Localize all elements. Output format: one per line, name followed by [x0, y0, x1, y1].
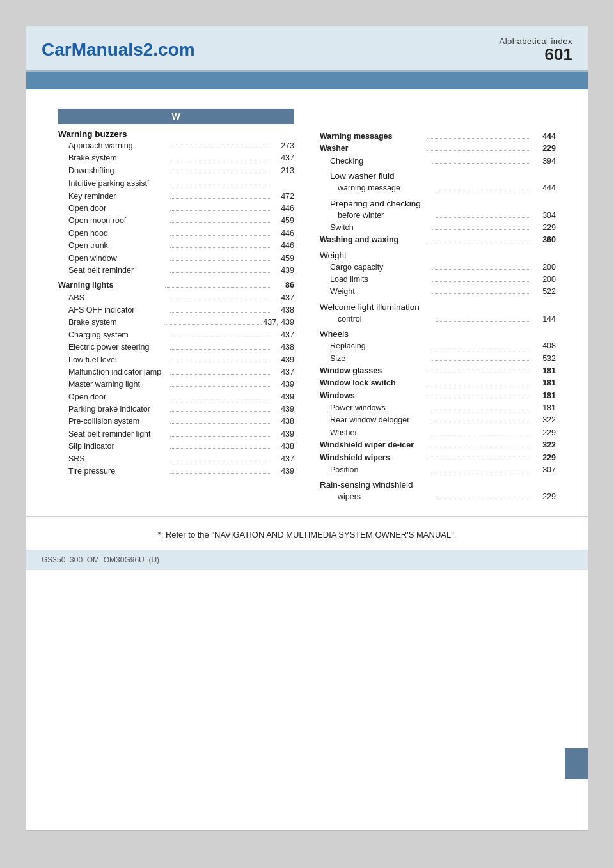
entry-position: Position 307	[320, 464, 556, 476]
entry-afs-off: AFS OFF indicator 438	[58, 304, 294, 316]
entry-open-trunk: Open trunk 446	[58, 240, 294, 252]
entry-abs: ABS 437	[58, 292, 294, 304]
entry-approach-warning: Approach warning 273	[58, 140, 294, 152]
entry-switch: Switch 229	[320, 222, 556, 234]
entry-washer: Washer 229	[320, 143, 556, 155]
group-title-low-washer: Low washer fluid	[320, 171, 556, 181]
entry-intuitive-parking: Intuitive parking assist*	[58, 177, 294, 190]
entry-open-door-2: Open door 439	[58, 391, 294, 403]
right-column: Warning messages 444 Washer 229 Checking…	[320, 109, 556, 504]
page-number: 601	[545, 46, 572, 63]
entry-warning-messages: Warning messages 444	[320, 130, 556, 143]
footnote-text: *: Refer to the "NAVIGATION AND MULTIMED…	[158, 530, 457, 539]
entry-open-hood: Open hood 446	[58, 228, 294, 240]
left-column: W Warning buzzers Approach warning 273 B…	[58, 109, 294, 504]
entry-checking: Checking 394	[320, 155, 556, 167]
entry-washer-2: Washer 229	[320, 427, 556, 439]
entry-master-warning-light: Master warning light 439	[58, 378, 294, 391]
entry-power-windows: Power windows 181	[320, 402, 556, 414]
site-logo[interactable]: CarManuals2.com	[42, 40, 195, 60]
group-title-wheels: Wheels	[320, 329, 556, 339]
group-title-warning-buzzers: Warning buzzers	[58, 129, 294, 139]
group-title-weight: Weight	[320, 251, 556, 260]
entry-washing-waxing: Washing and waxing 360	[320, 234, 556, 246]
entry-downshifting: Downshifting 213	[58, 165, 294, 177]
entry-parking-brake: Parking brake indicator 439	[58, 403, 294, 415]
footer-bar: GS350_300_OM_OM30G96U_(U)	[26, 550, 588, 570]
entry-windows: Windows 181	[320, 390, 556, 402]
entry-seat-belt-reminder-1: Seat belt reminder 439	[58, 265, 294, 277]
entry-pre-collision: Pre-collision system 438	[58, 415, 294, 428]
entry-before-winter: before winter 304	[320, 210, 556, 222]
header-bar: CarManuals2.com Alphabetical index 601	[26, 26, 588, 72]
model-code: GS350_300_OM_OM30G96U_(U)	[42, 555, 159, 564]
entry-size: Size 532	[320, 353, 556, 365]
entry-slip-indicator: Slip indicator 438	[58, 440, 294, 453]
entry-tire-pressure: Tire pressure 439	[58, 465, 294, 477]
entry-control: control 144	[320, 313, 556, 325]
entry-key-reminder: Key reminder 472	[58, 190, 294, 203]
entry-warning-message: warning message 444	[320, 182, 556, 194]
header-right: Alphabetical index 601	[499, 36, 572, 63]
entry-cargo-capacity: Cargo capacity 200	[320, 261, 556, 274]
footnote-area: *: Refer to the "NAVIGATION AND MULTIMED…	[26, 516, 588, 550]
page-wrapper: CarManuals2.com Alphabetical index 601 W…	[26, 26, 588, 831]
section-header-w: W	[58, 109, 294, 124]
entry-open-door-1: Open door 446	[58, 203, 294, 215]
group-title-rain-sensing: Rain-sensing windshield	[320, 480, 556, 490]
entry-malfunction-indicator: Malfunction indicator lamp 437	[58, 366, 294, 378]
entry-wipers: wipers 229	[320, 491, 556, 503]
entry-electric-power-steering: Electric power steering 438	[58, 341, 294, 353]
group-title-preparing: Preparing and checking	[320, 199, 556, 208]
entry-open-moon-roof: Open moon roof 459	[58, 215, 294, 227]
group-title-warning-lights: Warning lights 86	[58, 279, 294, 291]
blue-bar	[26, 72, 588, 89]
corner-block	[565, 748, 588, 779]
entry-brake-system-2: Brake system 437, 439	[58, 316, 294, 329]
entry-charging-system: Charging system 437	[58, 329, 294, 341]
entry-replacing: Replacing 408	[320, 340, 556, 352]
group-title-welcome-light: Welcome light illumination	[320, 302, 556, 312]
entry-windshield-wiper-de-icer: Windshield wiper de-icer 322	[320, 439, 556, 451]
entry-weight: Weight 522	[320, 286, 556, 298]
content-area: W Warning buzzers Approach warning 273 B…	[26, 89, 588, 516]
entry-seat-belt-light: Seat belt reminder light 439	[58, 428, 294, 440]
entry-brake-system-1: Brake system 437	[58, 152, 294, 164]
entry-low-fuel: Low fuel level 439	[58, 354, 294, 366]
entry-srs: SRS 437	[58, 453, 294, 465]
entry-open-window: Open window 459	[58, 252, 294, 265]
entry-windshield-wipers: Windshield wipers 229	[320, 452, 556, 464]
entry-window-glasses: Window glasses 181	[320, 365, 556, 377]
entry-window-lock-switch: Window lock switch 181	[320, 377, 556, 389]
entry-rear-window-delogger: Rear window delogger 322	[320, 414, 556, 426]
entry-load-limits: Load limits 200	[320, 274, 556, 286]
